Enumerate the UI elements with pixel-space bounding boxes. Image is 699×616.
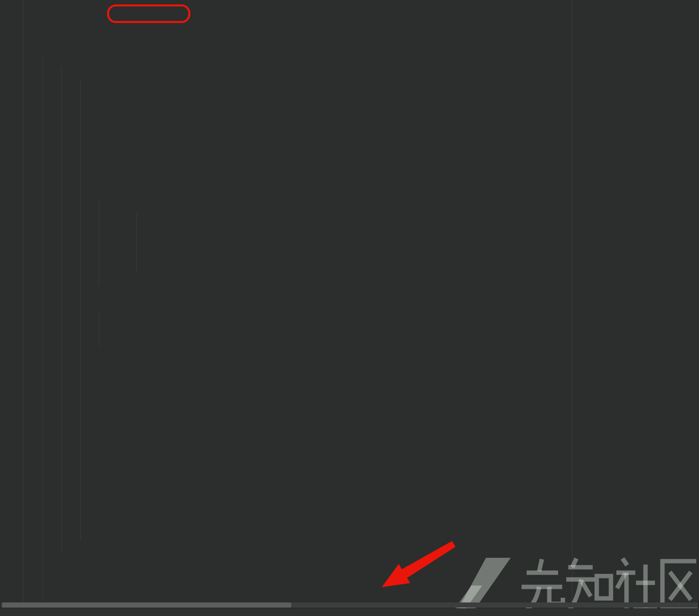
chevron-right-icon: [8, 610, 17, 616]
annotation-oval: [107, 4, 190, 23]
code-editor[interactable]: [0, 0, 699, 616]
indent-guide: [99, 310, 99, 347]
indent-guide: [43, 55, 43, 602]
breadcrumb: [0, 608, 699, 616]
editor-gutter[interactable]: [0, 0, 23, 616]
indent-guide: [136, 213, 137, 273]
gutter-separator: [23, 0, 23, 616]
indent-guide: [80, 79, 81, 541]
indent-guide: [99, 201, 99, 286]
indent-guide: [61, 67, 62, 553]
horizontal-scrollbar-thumb[interactable]: [2, 602, 291, 607]
hard-wrap-guide: [572, 0, 572, 616]
ide-editor-window: { "editor": { "comment_tail": "*/", "bre…: [0, 0, 699, 616]
